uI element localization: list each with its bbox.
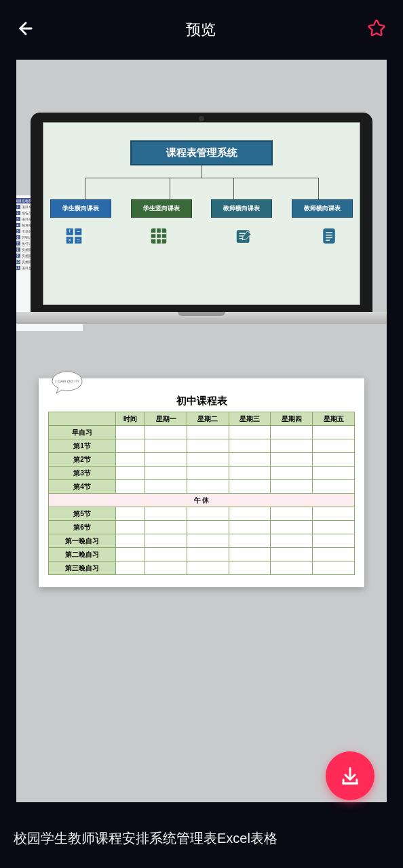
- table-row: 第1节: [49, 439, 355, 453]
- table-row: 第3节: [49, 467, 355, 480]
- svg-rect-8: [151, 229, 167, 244]
- favorite-button[interactable]: [366, 18, 387, 41]
- timetable-title: 初中课程表: [48, 395, 355, 408]
- grid-icon: [149, 226, 169, 246]
- table-row: 第2节: [49, 453, 355, 467]
- page-title: 预览: [186, 20, 216, 40]
- svg-rect-10: [323, 229, 335, 244]
- timetable-card: I CAN DO IT! 初中课程表 时间 星期一 星期二 星期三 星期四 星期…: [39, 378, 364, 587]
- table-row: 第6节: [49, 521, 355, 534]
- table-row: 第一晚自习: [49, 534, 355, 548]
- back-button[interactable]: [16, 19, 35, 41]
- table-row: 第4节: [49, 480, 355, 494]
- speech-cloud-icon: I CAN DO IT!: [47, 368, 88, 397]
- calculator-icon: +−×=: [64, 226, 84, 246]
- table-row: 第5节: [49, 507, 355, 521]
- edit-note-icon: [234, 226, 254, 246]
- laptop-mockup: 课程表管理系统 学生横向课表 学生竖向课表 教师横向课表 教师横向课表 +−×=: [31, 113, 372, 324]
- svg-text:+: +: [68, 228, 71, 235]
- svg-text:I CAN DO IT!: I CAN DO IT!: [55, 379, 79, 383]
- svg-text:×: ×: [68, 237, 71, 243]
- svg-text:=: =: [77, 237, 80, 243]
- timetable: 时间 星期一 星期二 星期三 星期四 星期五 早自习 第1节 第2节 第3节 第…: [48, 412, 355, 575]
- document-icon: [319, 226, 339, 246]
- break-row: 午 休: [49, 494, 355, 507]
- system-title: 课程表管理系统: [130, 140, 273, 165]
- back-arrow-icon: [16, 19, 35, 38]
- table-row: 早自习: [49, 426, 355, 439]
- preview-canvas[interactable]: 项目名称及提案 项目名称 报告范围 项目描述 预算概览 市场分析 营销计划 执行…: [16, 60, 387, 802]
- table-row: 第二晚自习: [49, 548, 355, 561]
- table-row: 第三晚自习: [49, 561, 355, 575]
- file-title: 校园学生教师课程安排系统管理表Excel表格: [14, 829, 277, 848]
- star-icon: [366, 18, 387, 39]
- svg-text:−: −: [77, 228, 80, 235]
- download-icon: [339, 764, 362, 787]
- table-header-row: 时间 星期一 星期二 星期三 星期四 星期五: [49, 412, 355, 426]
- download-button[interactable]: [326, 751, 375, 800]
